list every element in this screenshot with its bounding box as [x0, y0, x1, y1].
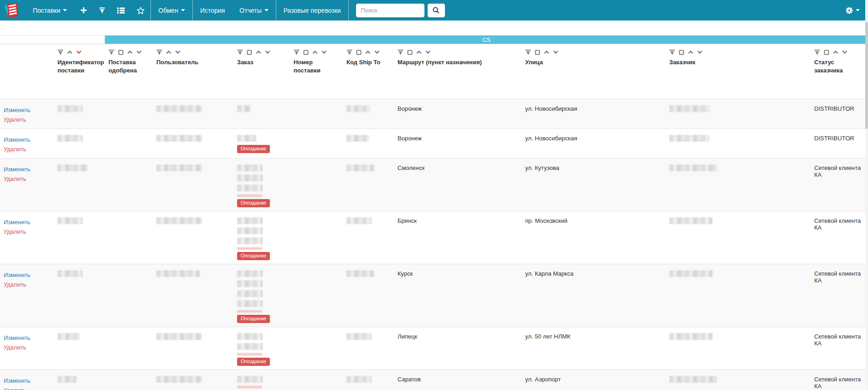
ship-to-cell	[343, 327, 394, 369]
sort-desc-icon[interactable]	[175, 50, 181, 54]
user-cell	[153, 158, 233, 211]
search-button[interactable]	[428, 4, 445, 17]
delete-link[interactable]: Удалить	[4, 385, 50, 390]
sort-asc-icon[interactable]	[127, 50, 133, 54]
edit-link[interactable]: Изменить	[4, 270, 50, 280]
menu-obmen[interactable]: Обмен	[151, 0, 192, 21]
column-header-customer[interactable]: Заказчик	[666, 44, 811, 99]
column-filter-icon[interactable]	[108, 50, 114, 55]
column-select-icon[interactable]	[247, 50, 252, 55]
menu-otchety[interactable]: Отчеты	[232, 0, 275, 21]
column-filter-icon[interactable]	[814, 50, 820, 55]
column-header-route[interactable]: Маршрут (пункт назначения)	[394, 44, 522, 99]
column-header-icons	[294, 49, 339, 55]
customer-cell	[666, 128, 811, 158]
filter-button[interactable]	[93, 0, 111, 21]
sort-desc-icon[interactable]	[842, 50, 847, 54]
redacted-text	[237, 376, 263, 383]
sort-desc-icon[interactable]	[425, 50, 431, 54]
column-filter-icon[interactable]	[669, 50, 675, 55]
redacted-text	[237, 386, 262, 388]
column-filter-icon[interactable]	[294, 50, 300, 55]
sort-desc-icon[interactable]	[374, 50, 380, 54]
delivery-number-cell	[290, 99, 343, 128]
route-cell: Воронеж	[394, 99, 522, 128]
menu-obmen-label: Обмен	[158, 7, 178, 14]
column-filter-icon[interactable]	[156, 50, 162, 55]
sort-desc-icon[interactable]	[136, 50, 142, 54]
column-header-approved[interactable]: Поставка одобрена	[105, 44, 153, 99]
column-filter-icon[interactable]	[237, 50, 243, 55]
menu-istoriya[interactable]: История	[193, 0, 232, 21]
delete-link[interactable]: Удалить	[4, 343, 50, 352]
sort-desc-icon[interactable]	[321, 50, 327, 54]
redacted-text	[237, 333, 263, 340]
column-header-delivery-number[interactable]: Номер поставки	[290, 44, 343, 99]
customer-status-cell: Сетевой клиента КА	[811, 369, 868, 390]
delivery-number-cell	[290, 128, 343, 158]
column-header-customer-status[interactable]: Статус заказчика	[811, 44, 868, 99]
column-select-icon[interactable]	[356, 50, 362, 55]
settings-menu[interactable]	[837, 0, 868, 21]
sort-asc-icon[interactable]	[365, 50, 371, 54]
edit-link[interactable]: Изменить	[4, 135, 50, 144]
menu-postavki[interactable]: Поставки	[26, 0, 74, 21]
edit-link[interactable]: Изменить	[4, 333, 50, 343]
chevron-down-icon	[181, 9, 185, 11]
menu-razovye-perevozki[interactable]: Разовые перевозки	[276, 0, 348, 21]
vertical-scrollbar[interactable]	[865, 0, 868, 390]
ship-to-cell	[343, 264, 394, 327]
sort-asc-icon[interactable]	[416, 50, 422, 54]
column-select-icon[interactable]	[824, 50, 829, 55]
sort-asc-icon[interactable]	[688, 50, 693, 54]
search-input[interactable]	[356, 4, 424, 17]
sort-desc-active-icon[interactable]	[76, 50, 82, 54]
column-header-ship-to[interactable]: Код Ship To	[343, 44, 394, 99]
delete-link[interactable]: Удалить	[4, 115, 50, 124]
delete-link[interactable]: Удалить	[4, 174, 50, 184]
column-select-icon[interactable]	[407, 50, 413, 55]
sort-asc-icon[interactable]	[256, 50, 261, 54]
column-filter-icon[interactable]	[57, 50, 63, 55]
sort-desc-icon[interactable]	[697, 50, 703, 54]
table-row: ИзменитьУдалитьОпозданиеЛипецкул. 50 лет…	[0, 327, 868, 369]
column-select-icon[interactable]	[303, 50, 309, 55]
scrollbar-thumb[interactable]	[865, 22, 868, 129]
edit-link[interactable]: Изменить	[4, 376, 50, 385]
column-filter-icon[interactable]	[346, 50, 352, 55]
sort-asc-icon[interactable]	[67, 50, 72, 54]
order-cell: Опоздание	[233, 327, 290, 369]
column-select-icon[interactable]	[535, 50, 540, 55]
favorites-button[interactable]	[131, 0, 150, 21]
column-header-delivery-id[interactable]: Идентификатор поставки	[54, 44, 105, 99]
redacted-text	[156, 217, 202, 224]
column-select-icon[interactable]	[679, 50, 684, 55]
column-header-order[interactable]: Заказ	[233, 44, 290, 99]
actions-cell: ИзменитьУдалить	[0, 264, 54, 327]
sort-asc-icon[interactable]	[166, 50, 171, 54]
delete-link[interactable]: Удалить	[4, 144, 50, 154]
column-filter-icon[interactable]	[525, 50, 531, 55]
sort-asc-icon[interactable]	[544, 50, 549, 54]
list-view-button[interactable]	[111, 0, 131, 21]
edit-link[interactable]: Изменить	[4, 164, 50, 174]
app-logo[interactable]	[0, 0, 26, 21]
redacted-text	[346, 135, 369, 142]
column-group-row: CS	[0, 35, 868, 44]
order-cell: Опоздание	[233, 211, 290, 264]
column-filter-icon[interactable]	[398, 50, 403, 55]
edit-link[interactable]: Изменить	[4, 105, 50, 115]
column-header-user[interactable]: Пользователь	[153, 44, 233, 99]
delete-link[interactable]: Удалить	[4, 227, 50, 236]
edit-link[interactable]: Изменить	[4, 217, 50, 227]
column-header-street[interactable]: Улица	[522, 44, 666, 99]
sort-desc-icon[interactable]	[265, 50, 270, 54]
sort-desc-icon[interactable]	[553, 50, 558, 54]
delete-link[interactable]: Удалить	[4, 280, 50, 289]
redacted-text	[669, 217, 713, 224]
sort-asc-icon[interactable]	[833, 50, 838, 54]
column-label: Номер поставки	[294, 58, 339, 74]
column-select-icon[interactable]	[118, 50, 124, 55]
sort-asc-icon[interactable]	[312, 50, 318, 54]
add-button[interactable]	[74, 0, 93, 21]
